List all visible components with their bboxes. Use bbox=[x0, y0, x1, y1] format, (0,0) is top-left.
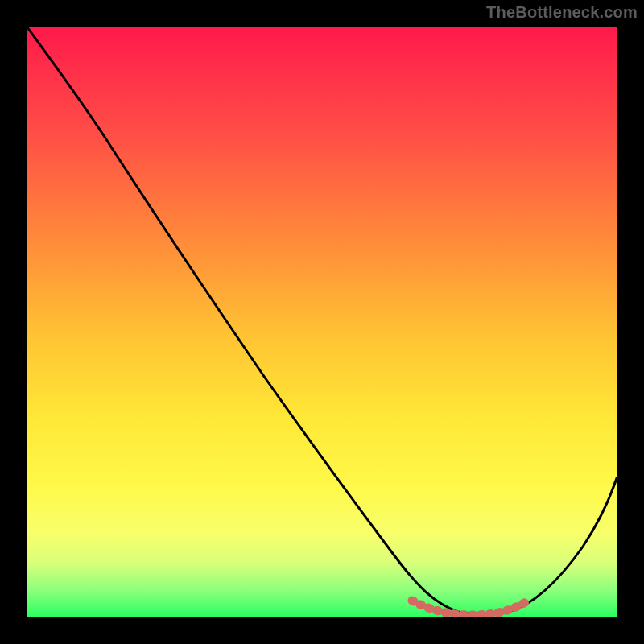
optimal-band-marker bbox=[412, 601, 528, 615]
curve-layer bbox=[27, 27, 617, 617]
watermark-text: TheBottleneck.com bbox=[486, 3, 638, 22]
gradient-plot-area bbox=[27, 27, 617, 617]
bottleneck-curve bbox=[27, 27, 617, 614]
chart-frame: TheBottleneck.com bbox=[0, 0, 644, 644]
